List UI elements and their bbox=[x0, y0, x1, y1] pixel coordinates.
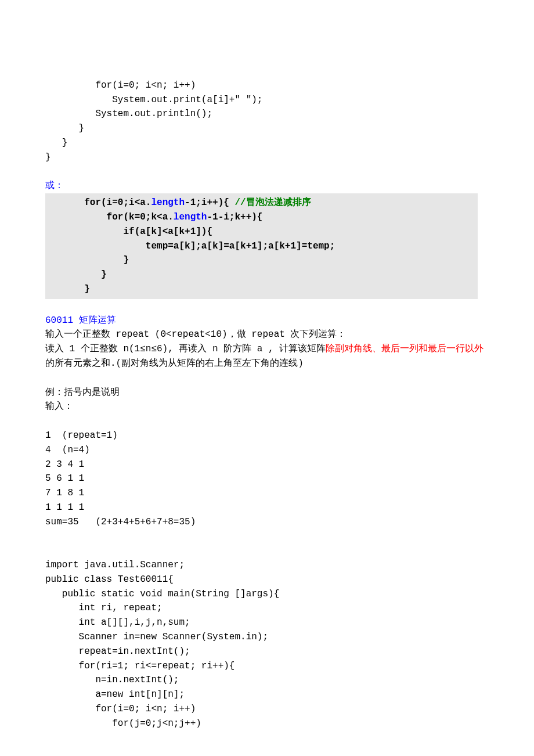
code-line: for(ri=1; ri<=repeat; ri++){ bbox=[45, 661, 234, 671]
code-text: for(i=0;i<a. bbox=[45, 197, 151, 208]
section-title-text: 矩阵运算 bbox=[73, 315, 116, 326]
example-data: 1 (repeat=1) 4 (n=4) 2 3 4 1 5 6 1 1 7 1… bbox=[45, 414, 489, 529]
code-line: for(j=0;j<n;j++) bbox=[45, 718, 201, 729]
code-line: int ri, repeat; bbox=[45, 603, 163, 613]
description-p2: 读入 1 个正整数 n(1≤n≤6), 再读入 n 阶方阵 a , 计算该矩阵除… bbox=[45, 342, 489, 371]
code-block-top: for(i=0; i<n; i++) System.out.print(a[i]… bbox=[45, 64, 489, 165]
description-p1: 输入一个正整数 repeat (0<repeat<10)，做 repeat 次下… bbox=[45, 327, 489, 342]
code-line: for(i=0; i<n; i++) bbox=[45, 80, 196, 91]
desc-text: 读入 1 个正整数 n(1≤n≤6), 再读入 n 阶方阵 a , 计算该矩阵 bbox=[45, 344, 326, 354]
document-page: for(i=0; i<n; i++) System.out.print(a[i]… bbox=[0, 0, 534, 756]
desc-highlight: 除副对角线、最后一列和最后一行以外 bbox=[326, 344, 484, 354]
section-heading: 60011 矩阵运算 bbox=[45, 314, 489, 328]
code-line: import java.util.Scanner; bbox=[45, 560, 185, 570]
code-line: for(k=0;k<a.length-1-i;k++){ bbox=[45, 212, 262, 222]
code-line: repeat=in.nextInt(); bbox=[45, 646, 190, 657]
code-line: temp=a[k];a[k]=a[k+1];a[k+1]=temp; bbox=[45, 241, 335, 251]
keyword-length: length bbox=[174, 212, 207, 222]
code-line: int a[][],i,j,n,sum; bbox=[45, 617, 190, 628]
code-line: } bbox=[45, 152, 51, 163]
code-text: -1;i++){ bbox=[185, 197, 234, 208]
example-input-label: 输入： bbox=[45, 399, 489, 414]
code-line: } bbox=[45, 269, 107, 280]
example-line: sum=35 (2+3+4+5+6+7+8=35) bbox=[45, 517, 196, 527]
code-line: System.out.print(a[i]+" "); bbox=[45, 95, 262, 105]
keyword-length: length bbox=[151, 197, 185, 208]
code-block-shaded: for(i=0;i<a.length-1;i++){ //冒泡法递减排序 for… bbox=[45, 193, 478, 299]
example-line: 1 1 1 1 bbox=[45, 502, 84, 513]
example-line: 4 (n=4) bbox=[45, 445, 90, 455]
or-label: 或： bbox=[45, 179, 489, 193]
code-line: } bbox=[45, 255, 129, 265]
code-line: } bbox=[45, 284, 90, 294]
example-line: 1 (repeat=1) bbox=[45, 430, 118, 441]
code-line: public static void main(String []args){ bbox=[45, 589, 279, 599]
code-line: n=in.nextInt(); bbox=[45, 675, 179, 685]
code-block-bottom: import java.util.Scanner; public class T… bbox=[45, 543, 489, 730]
example-line: 5 6 1 1 bbox=[45, 473, 84, 484]
desc-text: 的所有元素之和.(副对角线为从矩阵的右上角至左下角的连线) bbox=[45, 358, 304, 369]
example-line: 7 1 8 1 bbox=[45, 488, 84, 498]
code-line: public class Test60011{ bbox=[45, 574, 174, 585]
code-line: if(a[k]<a[k+1]){ bbox=[45, 226, 212, 237]
code-line: for(i=0; i<n; i++) bbox=[45, 704, 196, 714]
code-text: -1-i;k++){ bbox=[207, 212, 262, 222]
section-id: 60011 bbox=[45, 315, 73, 326]
comment: //冒泡法递减排序 bbox=[234, 197, 311, 208]
example-line: 2 3 4 1 bbox=[45, 459, 84, 470]
example-heading: 例：括号内是说明 bbox=[45, 386, 489, 400]
code-line: Scanner in=new Scanner(System.in); bbox=[45, 632, 268, 642]
code-line: a=new int[n][n]; bbox=[45, 689, 185, 700]
code-line: for(i=0;i<a.length-1;i++){ //冒泡法递减排序 bbox=[45, 197, 311, 208]
code-text: for(k=0;k<a. bbox=[45, 212, 174, 222]
code-line: } bbox=[45, 123, 84, 134]
code-line: } bbox=[45, 138, 67, 148]
code-line: System.out.println(); bbox=[45, 109, 212, 119]
